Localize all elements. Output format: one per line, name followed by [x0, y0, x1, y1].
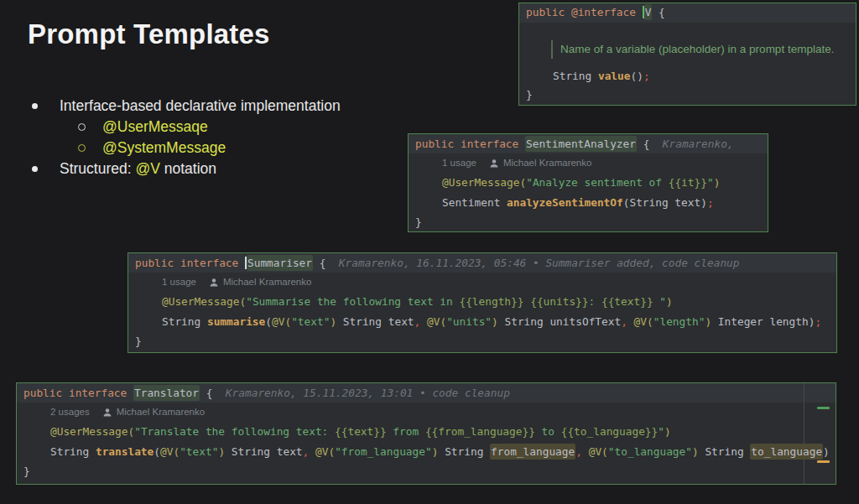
author-icon: [209, 278, 219, 288]
code-token: "text": [291, 315, 330, 328]
bullet-text-run: notation: [160, 160, 216, 177]
code-token: (: [647, 315, 653, 328]
code-line: Name of a variable (placeholder) in a pr…: [526, 39, 856, 60]
code-token: ): [218, 445, 225, 458]
code-token: Summariser: [247, 255, 313, 271]
code-token: ;: [707, 196, 714, 209]
code-line: 1 usageMichael Kramarenko: [442, 153, 768, 173]
code-token: {: [313, 257, 325, 269]
code-token: String: [553, 70, 598, 82]
code-token: @V: [427, 315, 440, 328]
code-snippet-translator: public interface Translator { Kramarenko…: [16, 382, 836, 485]
bullet-item: Structured: @V notation: [28, 158, 341, 179]
code-token: "Translate the following text:: [134, 425, 335, 438]
code-token: ): [692, 445, 699, 458]
code-token: translate: [96, 445, 154, 458]
code-token: String unitsOfText: [498, 315, 621, 328]
code-token: [309, 445, 315, 458]
code-token: "Summarise the following text in: [246, 295, 459, 308]
code-token: ): [492, 315, 498, 328]
author-icon: [489, 158, 499, 169]
bullet-text-run: @V: [135, 160, 159, 177]
code-token: "Analyze sentiment of: [526, 176, 669, 189]
code-token: String: [699, 445, 751, 458]
code-token: "to_language": [608, 445, 692, 458]
bullet-text: Structured: @V notation: [60, 160, 216, 178]
code-line: }: [526, 86, 856, 104]
code-token: (: [601, 445, 608, 458]
code-token: "text": [180, 445, 218, 458]
code-token: @UserMessage: [162, 295, 239, 308]
code-token: "from_language": [335, 445, 432, 458]
code-token: String: [50, 445, 96, 458]
code-token: (: [440, 315, 446, 328]
code-line: }: [415, 212, 768, 231]
code-line: String value();: [553, 67, 856, 86]
code-snippet-sentiment-analyzer: public interface SentimentAnalyzer { Kra…: [408, 133, 768, 232]
code-token: (): [630, 70, 643, 82]
code-token: interface: [69, 387, 133, 399]
code-token: {{it}}: [669, 176, 707, 189]
code-token: {: [637, 138, 649, 150]
code-token: Kramarenko, 15.11.2023, 13:01 • code cle…: [212, 387, 509, 399]
code-line: String translate(@V("text") String text,…: [50, 442, 836, 461]
code-token: from_language: [490, 444, 575, 460]
code-token: {{from_language}}: [425, 425, 535, 438]
author-icon: [102, 408, 112, 418]
bullet-text: @UserMessaqe: [102, 118, 208, 136]
usage-count: 2 usages: [50, 403, 90, 422]
code-token: ,: [575, 445, 582, 458]
code-token: @interface: [571, 6, 643, 18]
code-line: String summarise(@V("text") String text,…: [162, 312, 836, 331]
code-token: String text: [225, 445, 302, 458]
code-token: (String text): [623, 196, 707, 209]
code-line: public interface Translator { Kramarenko…: [23, 383, 836, 403]
bullet-text-run: @SystemMessage: [102, 139, 226, 156]
bullet-text-run: @UserMessaqe: [102, 118, 208, 135]
usage-count: 1 usage: [162, 273, 196, 292]
code-token: "length": [653, 315, 705, 328]
code-token: :: [589, 295, 601, 308]
code-token: ): [664, 425, 671, 438]
code-token: ": [658, 425, 664, 438]
bullet-text-run: Structured:: [60, 160, 135, 177]
code-line: 2 usagesMichael Kramarenko: [50, 403, 836, 422]
code-token: Translator: [133, 385, 200, 401]
slide: Prompt Templates Interface-based declara…: [0, 0, 859, 504]
code-token: @V: [634, 315, 647, 328]
code-token: }: [135, 335, 142, 347]
bullet-marker: [78, 144, 86, 152]
bullet-item: @UserMessaqe: [28, 117, 341, 138]
code-token: to_language: [750, 444, 823, 460]
code-token: interface: [461, 138, 525, 150]
code-token: (: [173, 445, 180, 458]
doc-indent-bar: [551, 40, 553, 59]
slide-title: Prompt Templates: [28, 18, 270, 50]
code-line: Sentiment analyzeSentimentOf(String text…: [442, 193, 768, 212]
code-token: }: [526, 88, 533, 101]
code-token: }: [415, 216, 422, 228]
author-name: Michael Kramarenko: [117, 403, 205, 422]
code-token: (: [265, 315, 272, 328]
bullet-list: Interface-based declarative implementati…: [28, 96, 341, 179]
code-token: @V: [160, 445, 173, 458]
code-token: ;: [643, 70, 650, 82]
code-line: public interface Summariser { Kramarenko…: [135, 253, 836, 273]
code-token: @UserMessage: [50, 425, 128, 438]
code-token: public: [23, 387, 69, 399]
code-token: @V: [589, 445, 601, 458]
code-token: [420, 315, 427, 328]
code-token: (: [154, 445, 160, 458]
usage-count: 1 usage: [442, 153, 476, 173]
code-token: {{to_language}}: [561, 425, 659, 438]
code-token: ,: [621, 315, 627, 328]
code-token: value: [598, 70, 631, 82]
code-token: String text: [336, 315, 414, 328]
code-token: (: [128, 425, 134, 438]
code-token: ;: [815, 315, 821, 328]
code-token: String: [438, 445, 490, 458]
code-token: String: [162, 315, 207, 328]
code-line: public @interface V {: [526, 3, 856, 22]
author-name: Michael Kramarenko: [223, 273, 311, 292]
code-token: [627, 315, 634, 328]
